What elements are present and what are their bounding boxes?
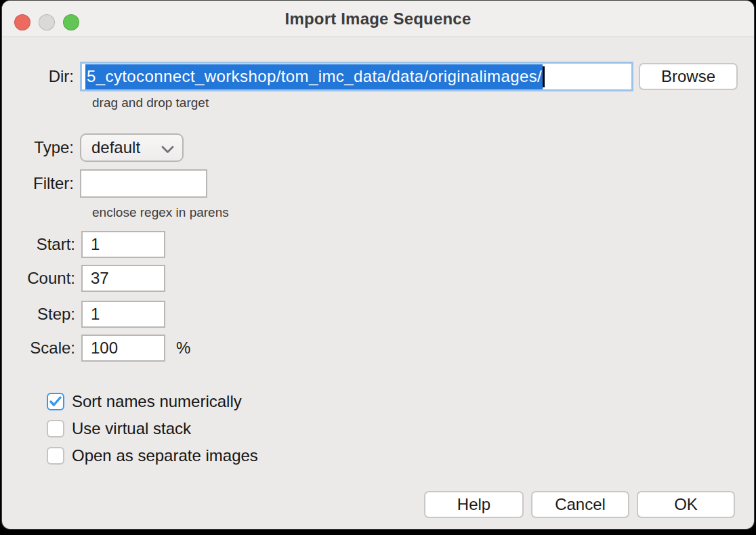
checkbox-label: Sort names numerically <box>72 392 242 411</box>
scale-row: Scale: 100 % <box>9 335 190 362</box>
scale-percent-suffix: % <box>176 339 190 358</box>
chevron-down-icon <box>161 146 174 154</box>
checkmark-icon <box>49 396 62 407</box>
checkbox-label: Open as separate images <box>72 446 258 465</box>
step-row: Step: 1 <box>9 301 176 328</box>
import-image-sequence-dialog: Import Image Sequence Dir: 5_cytoconnect… <box>2 1 754 529</box>
count-row: Count: 37 <box>9 265 176 292</box>
checkbox-sort-names-numerically[interactable]: Sort names numerically <box>47 392 242 411</box>
dialog-actions: Help Cancel OK <box>424 491 735 518</box>
filter-input[interactable] <box>80 169 207 198</box>
dir-label: Dir: <box>21 67 74 86</box>
step-input[interactable]: 1 <box>81 301 165 328</box>
checkbox-label: Use virtual stack <box>72 419 191 438</box>
checkbox-box[interactable] <box>47 393 64 410</box>
filter-label: Filter: <box>21 174 74 193</box>
count-label: Count: <box>9 269 75 288</box>
filter-row: Filter: <box>21 169 207 198</box>
step-label: Step: <box>9 305 75 324</box>
title-bar: Import Image Sequence <box>2 1 754 37</box>
count-input[interactable]: 37 <box>81 265 165 292</box>
type-selected-value: default <box>91 138 140 157</box>
checkbox-use-virtual-stack[interactable]: Use virtual stack <box>47 419 191 438</box>
type-row: Type: default <box>21 133 184 162</box>
ok-button[interactable]: OK <box>637 491 735 518</box>
regex-hint: enclose regex in parens <box>92 205 229 220</box>
dir-row: Dir: 5_cytoconnect_workshop/tom_imc_data… <box>21 62 738 91</box>
dir-input[interactable]: 5_cytoconnect_workshop/tom_imc_data/data… <box>80 62 633 91</box>
checkbox-open-as-separate-images[interactable]: Open as separate images <box>47 446 258 465</box>
start-label: Start: <box>9 235 75 254</box>
drag-drop-hint: drag and drop target <box>92 95 209 110</box>
window-title: Import Image Sequence <box>2 9 754 28</box>
help-button[interactable]: Help <box>424 491 524 518</box>
scale-input[interactable]: 100 <box>81 335 165 362</box>
type-label: Type: <box>21 138 74 157</box>
start-input[interactable]: 1 <box>81 231 165 258</box>
type-select[interactable]: default <box>80 133 184 162</box>
cancel-button[interactable]: Cancel <box>531 491 629 518</box>
dir-selected-text: 5_cytoconnect_workshop/tom_imc_data/data… <box>85 64 543 89</box>
browse-button[interactable]: Browse <box>639 63 738 90</box>
scale-label: Scale: <box>9 339 75 358</box>
checkbox-box[interactable] <box>47 447 64 465</box>
start-row: Start: 1 <box>9 231 176 258</box>
text-caret <box>543 66 545 87</box>
checkbox-box[interactable] <box>47 420 64 437</box>
